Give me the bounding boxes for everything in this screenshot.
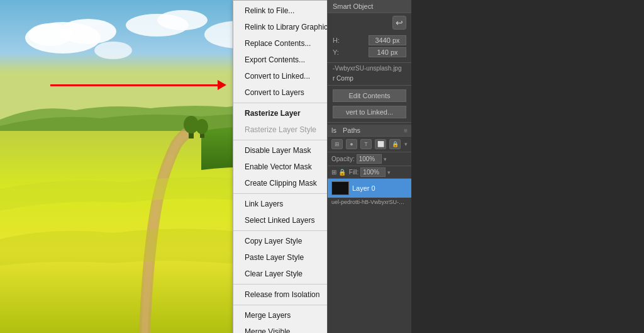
opacity-value[interactable]: 100% [357, 154, 382, 164]
menu-item-enable-vector-mask[interactable]: Enable Vector Mask [233, 159, 327, 175]
menu-item-paste-layer-style[interactable]: Paste Layer Style [233, 249, 327, 266]
y-label: Y: [333, 48, 339, 56]
opacity-label: Opacity: [331, 155, 355, 162]
layer-text-icon[interactable]: T [360, 139, 372, 149]
menu-item-merge-layers[interactable]: Merge Layers [233, 307, 327, 324]
layer-fx-icon[interactable]: ● [346, 139, 357, 149]
menu-item-relink-to-library[interactable]: Relink to Library Graphic... [233, 19, 327, 35]
menu-item-convert-to-layers[interactable]: Convert to Layers [233, 84, 327, 101]
layer-shape-icon[interactable]: ⬜ [375, 139, 386, 149]
separator-6 [233, 305, 327, 305]
file-name: -VwbyxrSU-unsplash.jpg [328, 63, 411, 74]
undo-button[interactable]: ↩ [392, 16, 406, 30]
layer-lock-icon[interactable]: 🔒 [389, 139, 401, 149]
divider-2 [328, 122, 411, 123]
fill-dropdown-icon[interactable]: ▾ [387, 169, 391, 176]
svg-point-5 [157, 10, 208, 30]
layer-filename: uel-pedrotti-hB-VwbyxrSU-unsplash [328, 198, 411, 206]
menu-item-link-layers[interactable]: Link Layers [233, 196, 327, 212]
right-panel: Smart Object ↩ H: 3440 px Y: 140 px -Vwb… [327, 0, 411, 333]
menu-item-clear-layer-style[interactable]: Clear Layer Style [233, 266, 327, 282]
separator-1 [233, 103, 327, 103]
fill-value[interactable]: 100% [360, 167, 386, 177]
layer-icons-row: ⊞ ● T ⬜ 🔒 ▾ [328, 137, 411, 152]
svg-point-8 [94, 42, 132, 59]
opacity-dropdown-icon[interactable]: ▾ [384, 156, 387, 162]
menu-item-convert-to-linked[interactable]: Convert to Linked... [233, 68, 327, 84]
menu-item-copy-layer-style[interactable]: Copy Layer Style [233, 233, 327, 249]
paths-tab[interactable]: Paths [343, 127, 360, 134]
dimensions-section: H: 3440 px Y: 140 px [328, 32, 411, 63]
separator-4 [233, 230, 327, 231]
divider-1 [328, 85, 411, 86]
dropdown-icon[interactable]: ▾ [404, 141, 408, 147]
separator-2 [233, 140, 327, 140]
menu-item-disable-layer-mask[interactable]: Disable Layer Mask [233, 142, 327, 159]
menu-item-export-contents[interactable]: Export Contents... [233, 52, 327, 68]
menu-item-select-linked-layers[interactable]: Select Linked Layers [233, 212, 327, 229]
y-row: Y: 140 px [333, 47, 406, 57]
y-value[interactable]: 140 px [369, 47, 406, 57]
fill-row: ⊞ 🔒 Fill: 100% ▾ [328, 166, 411, 179]
svg-point-14 [196, 119, 208, 134]
layer-row[interactable]: Layer 0 [328, 179, 411, 198]
fill-label: Fill: [349, 169, 359, 176]
red-arrow [50, 80, 226, 90]
menu-item-relink-to-file[interactable]: Relink to File... [233, 3, 327, 19]
layers-tab[interactable]: ls [331, 127, 336, 134]
arrow-line [50, 84, 218, 86]
layers-header: ls Paths ≡ [328, 125, 411, 137]
h-label: H: [333, 37, 340, 44]
h-value[interactable]: 3440 px [369, 35, 406, 45]
undo-section: ↩ [328, 13, 411, 32]
layer-type-icon[interactable]: ⊞ [331, 139, 343, 149]
separator-5 [233, 284, 327, 285]
layer-thumbnail [331, 181, 349, 195]
convert-linked-button[interactable]: vert to Linked... [333, 106, 406, 118]
svg-point-3 [28, 23, 72, 46]
menu-item-replace-contents[interactable]: Replace Contents... [233, 35, 327, 52]
arrow-head [218, 80, 226, 90]
layer-info: Layer 0 [352, 184, 375, 192]
menu-item-create-clipping-mask[interactable]: Create Clipping Mask [233, 175, 327, 191]
smart-object-label: Smart Object [333, 3, 373, 10]
h-row: H: 3440 px [333, 35, 406, 45]
panel-header: Smart Object [328, 0, 411, 13]
menu-item-merge-visible[interactable]: Merge Visible [233, 324, 327, 333]
comp-label: r Comp [328, 74, 411, 83]
separator-3 [233, 193, 327, 194]
menu-item-rasterize-layer-style: Rasterize Layer Style [233, 121, 327, 138]
opacity-row: Opacity: 100% ▾ [328, 152, 411, 166]
menu-item-rasterize-layer[interactable]: Rasterize Layer [233, 105, 327, 121]
menu-item-release-from-isolation[interactable]: Release from Isolation [233, 286, 327, 303]
edit-contents-button[interactable]: Edit Contents [333, 89, 406, 102]
panel-menu-icon[interactable]: ≡ [404, 127, 408, 134]
context-menu: Relink to File... Relink to Library Grap… [233, 0, 327, 333]
lock-icons: ⊞ 🔒 [331, 169, 346, 176]
canvas-area: Relink to File... Relink to Library Grap… [0, 0, 327, 333]
layer-name: Layer 0 [352, 184, 375, 192]
